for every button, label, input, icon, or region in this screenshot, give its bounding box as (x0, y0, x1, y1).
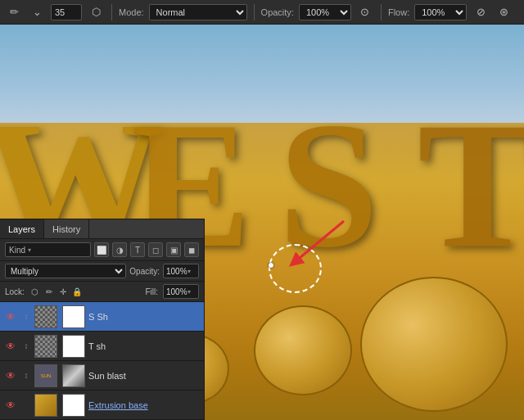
separator-3 (381, 4, 382, 20)
layer-thumb-0 (34, 305, 57, 328)
lock-move-icon[interactable]: ✛ (57, 286, 69, 297)
layer-name-2: Sun blast (88, 371, 201, 381)
layer-lock-row: Lock: ⬡ ✏ ✛ 🔒 Fill: 100% ▾ (0, 282, 204, 302)
filter-toggle[interactable]: ◼ (184, 242, 199, 257)
brush-size-input[interactable]: 35 (51, 4, 82, 20)
search-kind-label: Kind (9, 246, 25, 255)
layer-name-1: T sh (88, 341, 201, 351)
layer-row-2[interactable]: 👁 ↕ SUN Sun blast (0, 361, 204, 391)
fill-label: Fill: (145, 287, 158, 296)
layer-row-0[interactable]: 👁 ↕ S Sh (0, 302, 204, 332)
layer-blend-mode[interactable]: Multiply Normal Screen Overlay (5, 264, 126, 278)
brush-options-icon[interactable]: ⌄ (28, 3, 46, 21)
layer-thumb-1 (34, 335, 57, 358)
mode-label: Mode: (119, 7, 144, 17)
lock-label: Lock: (5, 287, 25, 296)
filter-shape-icon[interactable]: ◻ (148, 242, 163, 257)
filter-smart-icon[interactable]: ▣ (166, 242, 181, 257)
flow-select[interactable]: 100% 75% 50% (414, 4, 467, 20)
opacity-label: Opacity: (261, 7, 294, 17)
layer-search-box[interactable]: Kind ▾ (5, 242, 91, 257)
lock-paint-icon[interactable]: ✏ (43, 286, 55, 297)
lock-transparent-icon[interactable]: ⬡ (29, 286, 41, 297)
letter-t: T (418, 82, 524, 289)
hay-bale-1 (360, 277, 508, 412)
separator-2 (254, 4, 255, 20)
fill-value[interactable]: 100% ▾ (163, 284, 199, 299)
tablet-icon[interactable]: ⬡ (87, 3, 105, 21)
layer-search-row: Kind ▾ ⬜ ◑ T ◻ ▣ ◼ (0, 239, 204, 261)
layer-thumb-3 (34, 394, 57, 417)
layer-link-2: ↕ (21, 368, 31, 383)
layer-thumb-2: SUN (34, 364, 57, 387)
layer-link-1: ↕ (21, 339, 31, 354)
layer-opacity-label: Opacity: (129, 267, 160, 276)
filter-type-icon[interactable]: T (130, 242, 145, 257)
brush-size-value: 35 (55, 7, 65, 17)
symmetry-icon[interactable]: ⊛ (495, 3, 513, 21)
layer-visibility-0[interactable]: 👁 (3, 309, 18, 324)
filter-adjust-icon[interactable]: ◑ (112, 242, 127, 257)
layers-panel: Layers History Kind ▾ ⬜ ◑ T ◻ ▣ ◼ Multip… (0, 219, 205, 420)
layer-mode-row: Multiply Normal Screen Overlay Opacity: … (0, 261, 204, 282)
layer-mask-0 (62, 305, 85, 328)
main-toolbar: ✏ ⌄ 35 ⬡ Mode: Normal Multiply Screen Ov… (0, 0, 524, 25)
lock-icons: ⬡ ✏ ✛ 🔒 (29, 286, 83, 297)
layer-visibility-1[interactable]: 👁 (3, 339, 18, 354)
layer-mask-3 (62, 394, 85, 417)
opacity-select[interactable]: 100% 75% 50% (299, 4, 351, 20)
layer-link-0: ↕ (21, 309, 31, 324)
selection-ellipse (269, 244, 322, 293)
layer-visibility-2[interactable]: 👁 (3, 368, 18, 383)
layer-visibility-3[interactable]: 👁 (3, 398, 18, 413)
mode-select[interactable]: Normal Multiply Screen Overlay (149, 4, 247, 20)
layer-row-1[interactable]: 👁 ↕ T sh (0, 332, 204, 361)
layer-opacity-value[interactable]: 100% ▾ (163, 264, 199, 278)
brush-cursor (269, 263, 273, 268)
panel-tabs: Layers History (0, 219, 204, 239)
search-dropdown-arrow: ▾ (28, 246, 31, 254)
filter-pixel-icon[interactable]: ⬜ (94, 242, 109, 257)
canvas-area[interactable]: W E S T Layers History (0, 25, 524, 420)
layer-link-3 (21, 398, 31, 413)
layer-name-3: Extrusion base (88, 400, 201, 410)
brush-icon[interactable]: ✏ (5, 3, 23, 21)
layer-name-0: S Sh (88, 312, 201, 322)
airbrush-icon[interactable]: ⊙ (356, 3, 374, 21)
separator-1 (111, 4, 112, 20)
hay-bale-2 (254, 305, 352, 395)
layer-mask-2 (62, 364, 85, 387)
flow-label: Flow: (388, 7, 409, 17)
smoothing-icon[interactable]: ⊘ (472, 3, 490, 21)
layer-mask-1 (62, 335, 85, 358)
layer-row-3[interactable]: 👁 Extrusion base (0, 391, 204, 420)
lock-all-icon[interactable]: 🔒 (71, 286, 83, 297)
history-tab[interactable]: History (44, 219, 89, 238)
layers-tab[interactable]: Layers (0, 219, 44, 238)
